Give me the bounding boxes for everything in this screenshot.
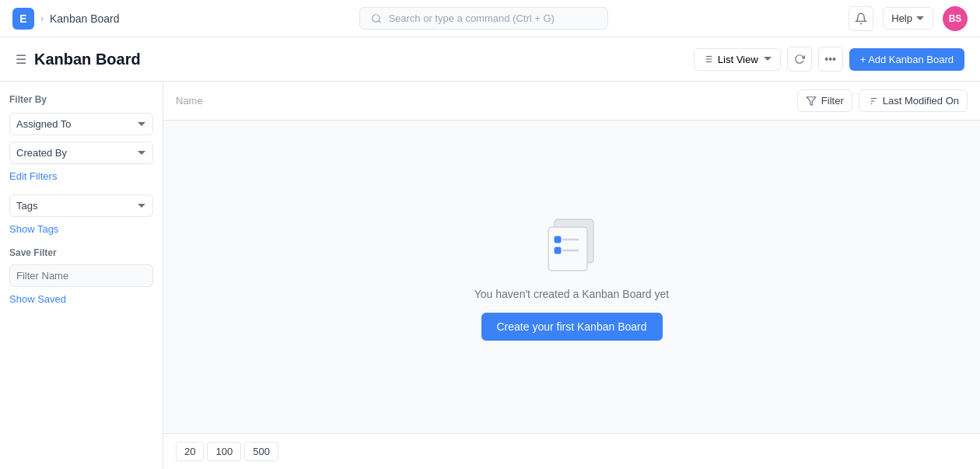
add-label: + Add Kanban Board bbox=[860, 54, 954, 65]
filter-button[interactable]: Filter bbox=[797, 89, 852, 112]
app-icon[interactable]: E bbox=[12, 8, 34, 30]
empty-illustration bbox=[541, 213, 603, 275]
sort-label: Last Modified On bbox=[883, 95, 959, 107]
top-nav: E › Kanban Board Search or type a comman… bbox=[0, 0, 980, 37]
empty-message: You haven't created a Kanban Board yet bbox=[474, 288, 669, 300]
pagination: 20 100 500 bbox=[163, 433, 980, 469]
page-title: Kanban Board bbox=[34, 51, 141, 68]
filter-icon bbox=[806, 96, 817, 107]
page-header: ☰ Kanban Board List View ••• + Add Kanba… bbox=[0, 37, 980, 82]
page-header-left: ☰ Kanban Board bbox=[16, 51, 141, 68]
pagination-500[interactable]: 500 bbox=[244, 442, 278, 461]
edit-filters-link[interactable]: Edit Filters bbox=[9, 170, 153, 182]
list-view-icon bbox=[702, 54, 713, 65]
empty-state: You haven't created a Kanban Board yet C… bbox=[163, 121, 980, 433]
list-view-button[interactable]: List View bbox=[694, 48, 781, 71]
menu-icon[interactable]: ☰ bbox=[16, 52, 26, 67]
show-saved-link[interactable]: Show Saved bbox=[9, 293, 153, 305]
search-placeholder: Search or type a command (Ctrl + G) bbox=[388, 12, 555, 24]
sort-button[interactable]: Last Modified On bbox=[859, 89, 968, 112]
notification-bell-button[interactable] bbox=[849, 6, 873, 31]
toolbar-right: Filter Last Modified On bbox=[797, 89, 968, 112]
main-layout: Filter By Assigned To Created By Edit Fi… bbox=[0, 82, 980, 469]
bell-icon bbox=[855, 12, 867, 25]
sort-icon bbox=[867, 96, 878, 107]
add-kanban-board-button[interactable]: + Add Kanban Board bbox=[849, 48, 964, 71]
assigned-to-filter[interactable]: Assigned To bbox=[9, 113, 153, 135]
created-by-filter[interactable]: Created By bbox=[9, 142, 153, 164]
svg-point-0 bbox=[373, 14, 380, 21]
avatar[interactable]: BS bbox=[943, 6, 968, 31]
show-tags-link[interactable]: Show Tags bbox=[9, 223, 153, 235]
svg-line-1 bbox=[379, 20, 381, 23]
tags-filter[interactable]: Tags bbox=[9, 194, 153, 217]
nav-left: E › Kanban Board bbox=[12, 8, 120, 30]
filter-label: Filter bbox=[821, 95, 844, 107]
pagination-20[interactable]: 20 bbox=[176, 442, 204, 461]
name-column-header: Name bbox=[176, 95, 203, 107]
svg-rect-19 bbox=[555, 247, 561, 254]
content-toolbar: Name Filter Last Modified On bbox=[163, 82, 980, 121]
refresh-button[interactable] bbox=[787, 47, 812, 72]
filter-by-label: Filter By bbox=[9, 94, 153, 105]
tags-section: Tags Show Tags bbox=[9, 194, 153, 235]
svg-marker-8 bbox=[807, 96, 816, 105]
save-filter-section: Save Filter Show Saved bbox=[9, 247, 153, 305]
create-kanban-button[interactable]: Create your first Kanban Board bbox=[481, 313, 663, 341]
breadcrumb-chevron: › bbox=[40, 13, 44, 24]
chevron-down-icon bbox=[915, 14, 925, 23]
save-filter-label: Save Filter bbox=[9, 247, 153, 258]
sidebar: Filter By Assigned To Created By Edit Fi… bbox=[0, 82, 163, 469]
more-options-button[interactable]: ••• bbox=[818, 47, 843, 72]
svg-rect-17 bbox=[555, 236, 561, 243]
pagination-100[interactable]: 100 bbox=[207, 442, 241, 461]
view-chevron-icon bbox=[763, 54, 772, 64]
nav-breadcrumb-title: Kanban Board bbox=[50, 12, 120, 25]
help-label: Help bbox=[891, 12, 912, 24]
help-button[interactable]: Help bbox=[883, 7, 933, 30]
filter-name-input[interactable] bbox=[9, 264, 153, 287]
search-icon bbox=[371, 13, 382, 24]
refresh-icon bbox=[794, 54, 805, 65]
ellipsis-icon: ••• bbox=[824, 53, 836, 65]
nav-right: Help BS bbox=[849, 6, 968, 31]
page-header-right: List View ••• + Add Kanban Board bbox=[694, 47, 964, 72]
search-bar[interactable]: Search or type a command (Ctrl + G) bbox=[359, 7, 608, 30]
list-view-label: List View bbox=[718, 54, 758, 65]
nav-center: Search or type a command (Ctrl + G) bbox=[120, 7, 849, 30]
content-area: Name Filter Last Modified On bbox=[163, 82, 980, 469]
